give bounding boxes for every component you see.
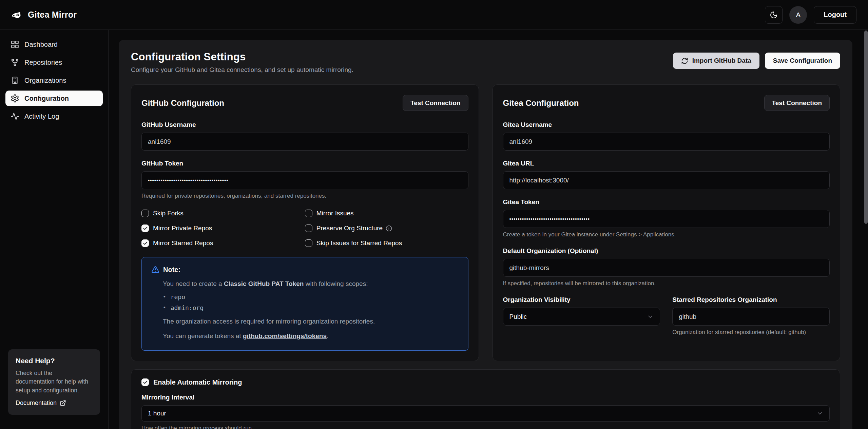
git-fork-icon (11, 58, 19, 67)
scope-item: admin:org (163, 304, 459, 311)
note-body: The organization access is required for … (163, 317, 459, 326)
gitea-username-field: Gitea Username (503, 121, 830, 151)
avatar[interactable]: A (789, 6, 807, 24)
scope-item: repo (163, 293, 459, 300)
main-area: Configuration Settings Configure your Gi… (109, 30, 868, 429)
page-subtitle: Configure your GitHub and Gitea connecti… (131, 66, 353, 74)
organization-visibility-label: Organization Visibility (503, 296, 660, 304)
info-icon[interactable] (386, 225, 392, 232)
gitea-configuration-card: Gitea Configuration Test Connection Gite… (493, 84, 841, 361)
sidebar-item-label: Dashboard (24, 41, 58, 48)
checkbox-box (305, 210, 312, 217)
mirror-private-repos-checkbox[interactable]: Mirror Private Repos (141, 225, 305, 232)
need-help-card: Need Help? Check out the documentation f… (8, 349, 100, 415)
checkbox-box (141, 210, 149, 217)
default-organization-input[interactable] (503, 259, 830, 277)
building-icon (11, 76, 19, 85)
scrollbar (864, 31, 868, 429)
config-cards-row: GitHub Configuration Test Connection Git… (131, 84, 840, 361)
github-token-input[interactable] (141, 171, 468, 189)
moon-icon (770, 11, 778, 19)
note-scope-list: repo admin:org (163, 293, 459, 311)
gitea-token-help: Create a token in your Gitea instance un… (503, 231, 830, 238)
default-organization-field: Default Organization (Optional) If speci… (503, 247, 830, 287)
chevron-down-icon (816, 410, 823, 417)
mirroring-interval-help: How often the mirroring process should r… (141, 425, 830, 429)
sidebar: Dashboard Repositories Organizations (0, 30, 109, 429)
gitea-test-connection-button[interactable]: Test Connection (764, 95, 830, 111)
gitea-username-label: Gitea Username (503, 121, 830, 129)
github-username-field: GitHub Username (141, 121, 468, 151)
skip-issues-starred-checkbox[interactable]: Skip Issues for Starred Repos (305, 239, 468, 247)
panel-header: Configuration Settings Configure your Gi… (131, 51, 840, 74)
mirroring-interval-select[interactable]: 1 hour (141, 405, 830, 422)
page-title: Configuration Settings (131, 51, 353, 63)
default-organization-help: If specified, repositories will be mirro… (503, 280, 830, 287)
github-test-connection-button[interactable]: Test Connection (403, 95, 468, 111)
sidebar-item-repositories[interactable]: Repositories (5, 55, 103, 70)
alert-triangle-icon (151, 266, 159, 274)
top-navbar: Gitea Mirror A Logout (0, 0, 868, 30)
brand-title: Gitea Mirror (28, 10, 77, 20)
pat-token-note: Note: You need to create a Classic GitHu… (141, 257, 468, 351)
checkbox-box (141, 225, 149, 232)
activity-pulse-icon (11, 112, 19, 121)
header-actions: Import GitHub Data Save Configuration (673, 53, 840, 69)
shell: Dashboard Repositories Organizations (0, 30, 868, 429)
theme-toggle-button[interactable] (765, 6, 783, 24)
starred-repos-org-help: Organization for starred repositories (d… (672, 329, 830, 336)
save-configuration-button[interactable]: Save Configuration (765, 53, 840, 69)
mirror-issues-checkbox[interactable]: Mirror Issues (305, 210, 468, 217)
need-help-title: Need Help? (16, 357, 93, 365)
skip-forks-checkbox[interactable]: Skip Forks (141, 210, 305, 217)
sidebar-item-label: Repositories (24, 59, 62, 66)
gitea-token-field: Gitea Token Create a token in your Gitea… (503, 198, 830, 238)
github-username-label: GitHub Username (141, 121, 468, 129)
external-link-icon (60, 400, 66, 406)
github-card-title: GitHub Configuration (141, 98, 224, 108)
dashboard-grid-icon (11, 40, 19, 49)
sidebar-item-label: Organizations (24, 77, 66, 84)
navbar-actions: A Logout (765, 6, 856, 24)
sidebar-item-configuration[interactable]: Configuration (5, 91, 103, 106)
sidebar-item-dashboard[interactable]: Dashboard (5, 37, 103, 52)
generate-tokens-link[interactable]: github.com/settings/tokens (243, 332, 327, 339)
github-configuration-card: GitHub Configuration Test Connection Git… (131, 84, 479, 361)
scrollbar-thumb[interactable] (864, 31, 868, 224)
gitea-logo-icon (12, 9, 23, 21)
documentation-link[interactable]: Documentation (16, 399, 93, 407)
sidebar-item-activity-log[interactable]: Activity Log (5, 109, 103, 124)
github-username-input[interactable] (141, 133, 468, 151)
note-title: Note: (163, 266, 180, 274)
gitea-username-input[interactable] (503, 133, 830, 151)
starred-repos-org-label: Starred Repositories Organization (672, 296, 830, 304)
note-link-line: You can generate tokens at github.com/se… (163, 332, 459, 341)
gitea-card-title: Gitea Configuration (503, 98, 579, 108)
gitea-url-label: Gitea URL (503, 160, 830, 167)
gitea-url-input[interactable] (503, 171, 830, 189)
preserve-org-structure-checkbox[interactable]: Preserve Org Structure (305, 225, 468, 232)
note-intro: You need to create a Classic GitHub PAT … (163, 279, 459, 289)
github-token-label: GitHub Token (141, 160, 468, 167)
enable-automatic-mirroring-checkbox[interactable]: Enable Automatic Mirroring (141, 378, 830, 386)
sidebar-item-label: Configuration (24, 95, 69, 102)
github-token-help: Required for private repositories, organ… (141, 193, 468, 199)
logout-button[interactable]: Logout (814, 6, 856, 24)
starred-repos-org-input[interactable] (672, 308, 830, 326)
checkbox-box (305, 225, 312, 232)
brand: Gitea Mirror (12, 9, 77, 21)
sidebar-item-organizations[interactable]: Organizations (5, 73, 103, 88)
mirroring-interval-field: Mirroring Interval 1 hour How often the … (141, 394, 830, 429)
sidebar-item-label: Activity Log (24, 113, 59, 120)
gitea-token-label: Gitea Token (503, 198, 830, 206)
need-help-body: Check out the documentation for help wit… (16, 369, 93, 395)
gitea-token-input[interactable] (503, 210, 830, 228)
gitea-url-field: Gitea URL (503, 160, 830, 189)
refresh-icon (681, 57, 688, 64)
organization-visibility-select[interactable]: Public (503, 308, 660, 326)
sidebar-nav: Dashboard Repositories Organizations (5, 37, 103, 124)
organization-visibility-field: Organization Visibility Public (503, 296, 660, 336)
mirror-starred-repos-checkbox[interactable]: Mirror Starred Repos (141, 239, 305, 247)
default-organization-label: Default Organization (Optional) (503, 247, 830, 255)
import-github-data-button[interactable]: Import GitHub Data (673, 53, 759, 69)
